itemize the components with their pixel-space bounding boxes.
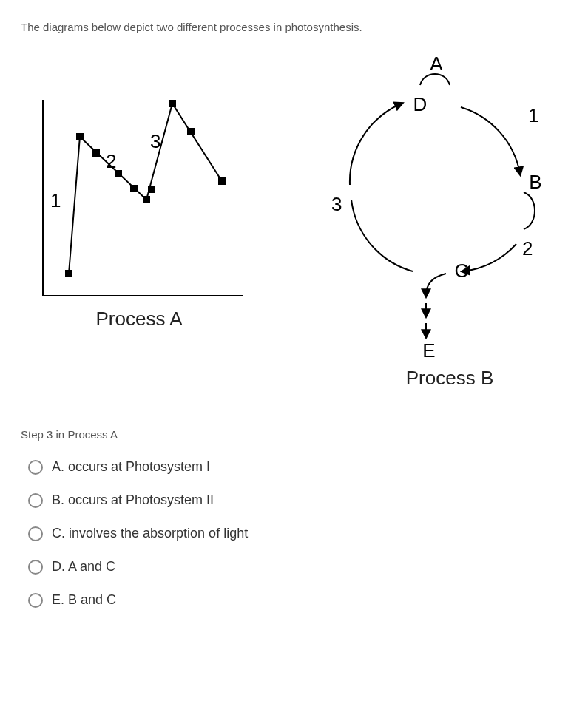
procA-num-1: 1 (50, 189, 61, 211)
svg-rect-4 (92, 149, 100, 157)
procA-num-3: 3 (150, 130, 160, 152)
process-b-svg: A D B C E 1 2 3 Process B (302, 41, 553, 388)
svg-rect-8 (148, 186, 155, 193)
option-label: D. A and C (52, 559, 115, 575)
process-a-diagram: 1 2 3 Process A (21, 41, 257, 332)
option-e[interactable]: E. B and C (28, 592, 567, 608)
option-c[interactable]: C. involves the absorption of light (28, 526, 567, 541)
procB-E: E (422, 339, 435, 362)
radio-icon (28, 460, 43, 475)
intro-text: The diagrams below depict two different … (21, 21, 567, 33)
svg-rect-7 (143, 196, 150, 203)
radio-icon (28, 593, 43, 608)
radio-icon (28, 526, 43, 541)
svg-rect-2 (65, 270, 72, 277)
process-a-label: Process A (95, 308, 183, 329)
procB-num-3: 3 (331, 193, 342, 215)
option-label: A. occurs at Photosystem I (52, 459, 210, 475)
option-label: B. occurs at Photosystem II (52, 492, 214, 508)
procA-num-2: 2 (106, 150, 116, 172)
procB-D: D (413, 93, 428, 115)
svg-rect-10 (187, 128, 195, 135)
radio-icon (28, 560, 43, 575)
procB-B: B (529, 171, 541, 193)
option-label: C. involves the absorption of light (52, 526, 248, 541)
process-b-label: Process B (406, 367, 494, 388)
procB-num-1: 1 (528, 104, 538, 126)
process-a-svg: 1 2 3 Process A (21, 41, 257, 329)
diagrams-container: 1 2 3 Process A (21, 41, 567, 391)
process-b-diagram: A D B C E 1 2 3 Process B (302, 41, 553, 391)
question-stem: Step 3 in Process A (21, 428, 567, 441)
option-label: E. B and C (52, 592, 116, 608)
option-a[interactable]: A. occurs at Photosystem I (28, 459, 567, 475)
option-d[interactable]: D. A and C (28, 559, 567, 575)
procB-A: A (430, 52, 443, 75)
radio-icon (28, 493, 43, 508)
svg-rect-6 (130, 185, 138, 192)
svg-rect-11 (218, 177, 226, 185)
option-b[interactable]: B. occurs at Photosystem II (28, 492, 567, 508)
svg-rect-3 (76, 133, 84, 140)
procB-C: C (455, 260, 469, 282)
svg-rect-9 (169, 100, 176, 107)
procB-num-2: 2 (522, 237, 533, 260)
